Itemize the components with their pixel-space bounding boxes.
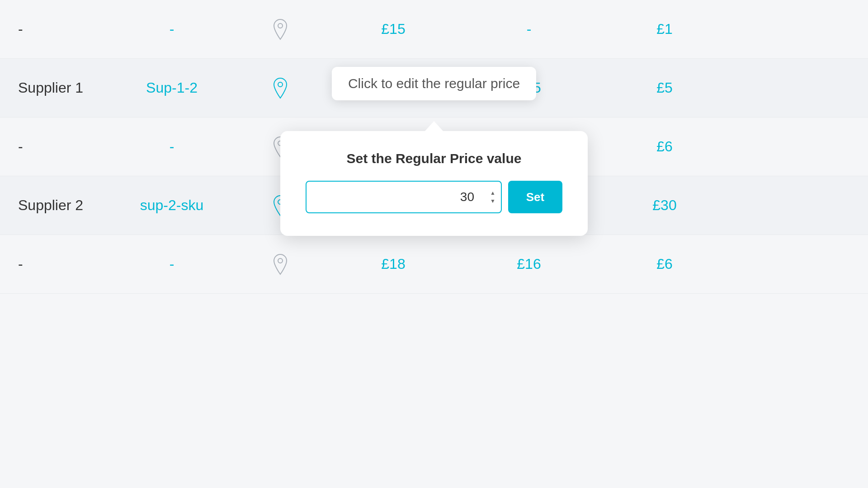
location-cell[interactable] <box>235 253 326 275</box>
set-price-button[interactable]: Set <box>508 181 562 213</box>
table-row: - - £15 - £1 <box>0 0 868 59</box>
sku-cell: sup-2-sku <box>108 197 235 214</box>
table-row: - - £18 £16 £6 <box>0 235 868 294</box>
sale-price-cell: £16 <box>461 256 597 272</box>
modal-input-row: ▲ ▼ Set <box>306 181 562 213</box>
regular-price-cell[interactable]: £15 <box>326 21 461 38</box>
sale-price-cell: - <box>461 21 597 38</box>
location-icon <box>271 19 289 40</box>
tooltip: Click to edit the regular price <box>332 67 536 100</box>
sku-cell: - <box>108 21 235 38</box>
location-cell[interactable] <box>235 77 326 99</box>
sku-cell: - <box>108 138 235 155</box>
price-input[interactable] <box>306 181 502 213</box>
last-col-cell: £1 <box>597 21 732 38</box>
regular-price-cell[interactable]: £18 <box>326 256 461 272</box>
table-container: - - £15 - £1 Supplier 1 Sup-1-2 <box>0 0 868 488</box>
last-col-cell: £5 <box>597 80 732 96</box>
supplier-cell: - <box>18 138 108 155</box>
supplier-cell: - <box>18 21 108 38</box>
modal-arrow <box>425 121 443 131</box>
spinner-buttons: ▲ ▼ <box>488 189 497 205</box>
last-col-cell: £6 <box>597 256 732 272</box>
supplier-cell: Supplier 2 <box>18 197 108 214</box>
sku-cell: Sup-1-2 <box>108 80 235 96</box>
supplier-cell: - <box>18 256 108 272</box>
last-col-cell: £30 <box>597 197 732 214</box>
location-icon <box>271 253 289 275</box>
spinner-down-button[interactable]: ▼ <box>488 197 497 205</box>
last-col-cell: £6 <box>597 138 732 155</box>
price-input-wrapper: ▲ ▼ <box>306 181 502 213</box>
modal-title: Set the Regular Price value <box>306 151 562 166</box>
location-cell[interactable] <box>235 19 326 40</box>
supplier-cell: Supplier 1 <box>18 80 108 96</box>
sku-cell: - <box>108 256 235 272</box>
location-icon <box>271 77 289 99</box>
spinner-up-button[interactable]: ▲ <box>488 189 497 197</box>
price-edit-modal: Set the Regular Price value ▲ ▼ Set <box>280 131 588 236</box>
